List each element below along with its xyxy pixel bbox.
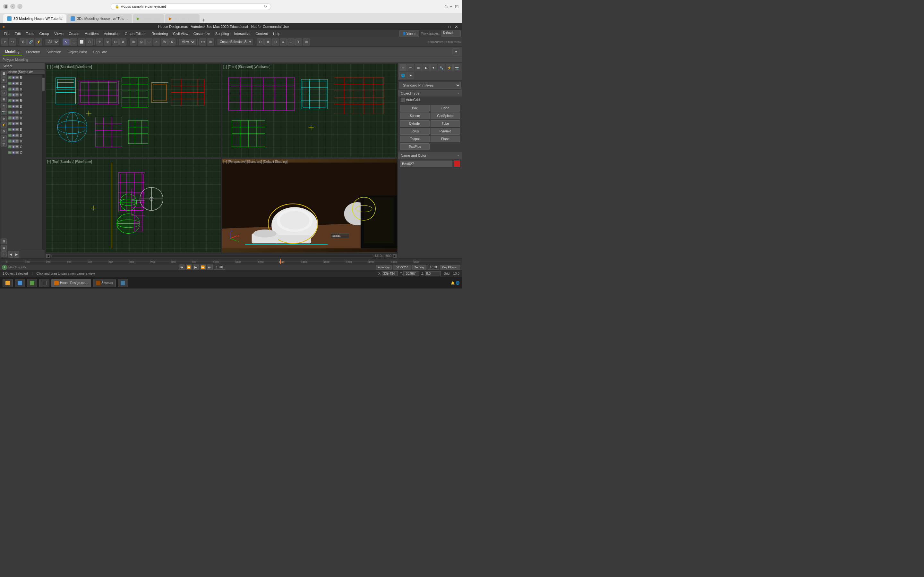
menu-tools[interactable]: Tools [23, 31, 37, 36]
ribbon-tab-selection[interactable]: Selection [44, 49, 63, 55]
primitives-dropdown[interactable]: Standard Primitives [399, 82, 461, 89]
align2-btn[interactable]: ⊠ [264, 39, 271, 45]
taskbar-window1[interactable] [15, 279, 25, 287]
y-coord-input[interactable] [403, 271, 419, 276]
schematic-btn[interactable]: ⊞ [303, 39, 310, 45]
list-item[interactable]: 👁 ◉ ❄ B [7, 86, 41, 92]
viewport-left[interactable]: [+] [Left] [Standard] [Wireframe] [45, 63, 221, 158]
view-dropdown[interactable]: View [179, 39, 196, 45]
taskbar-3dsmax[interactable]: 3dsmax [93, 279, 116, 287]
browser-sidebar-btn[interactable]: ☰ [3, 4, 8, 9]
key-frame-input[interactable] [428, 265, 439, 269]
menu-animation[interactable]: Animation [102, 31, 122, 36]
menu-views[interactable]: Views [52, 31, 66, 36]
menu-help[interactable]: Help [270, 31, 283, 36]
menu-civil-view[interactable]: Civil View [170, 31, 191, 36]
scene-icon-effects[interactable]: ✦ [1, 135, 7, 141]
ribbon-tab-populate[interactable]: Populate [90, 49, 110, 55]
browser-forward-btn[interactable]: › [17, 4, 23, 9]
scene-icon-bottom[interactable]: ⋮ [1, 251, 7, 257]
align5-btn[interactable]: ⊥ [288, 39, 294, 45]
render-setup-btn[interactable]: 📷 [453, 64, 460, 71]
cone-btn[interactable]: Cone [431, 105, 460, 111]
list-item[interactable]: 👁 ◉ ❄ C [7, 144, 41, 150]
menu-rendering[interactable]: Rendering [149, 31, 171, 36]
menu-interactive[interactable]: Interactive [232, 31, 253, 36]
menu-group[interactable]: Group [37, 31, 52, 36]
scale-btn[interactable]: ⊡ [111, 39, 119, 45]
render-effects-btn[interactable]: ✦ [407, 72, 414, 79]
minimize-btn[interactable]: ─ [440, 24, 446, 29]
align6-btn[interactable]: ⊤ [295, 39, 302, 45]
menu-file[interactable]: File [1, 31, 12, 36]
play-btn[interactable]: ▶ [193, 264, 199, 270]
list-item[interactable]: 👁 ◉ ❄ B [7, 127, 41, 132]
modify-tab[interactable]: ✏ [407, 64, 414, 71]
ribbon-tab-freeform[interactable]: Freeform [23, 49, 43, 55]
menu-modifiers[interactable]: Modifiers [82, 31, 102, 36]
textplus-btn[interactable]: TextPlus [400, 143, 430, 150]
hierarchy-tab[interactable]: ⊞ [415, 64, 422, 71]
maximize-btn[interactable]: □ [447, 24, 452, 29]
redo-btn[interactable]: ↪ [9, 39, 16, 45]
selection-set-btn[interactable]: Create Selection Se ▾ [218, 39, 253, 45]
taskbar-house-design[interactable]: House Design.ma... [51, 279, 91, 287]
sign-in-btn[interactable]: 👤 Sign In [399, 30, 419, 37]
scene-icon-render[interactable]: ◉ [1, 84, 7, 89]
browser-back-btn[interactable]: ‹ [10, 4, 15, 9]
teapot-btn[interactable]: Teapot [400, 135, 430, 142]
list-item[interactable]: 👁 ◉ ❄ B [7, 109, 41, 115]
more-btn[interactable]: ⊡ [455, 4, 459, 9]
select-btn[interactable]: ↖ [63, 39, 69, 45]
move-btn[interactable]: ✛ [96, 39, 103, 45]
set-key-btn[interactable]: Set Key [412, 265, 426, 269]
pivot-btn[interactable]: ◎ [137, 39, 145, 45]
prev-frame-btn[interactable]: ⏪ [186, 264, 192, 270]
ribbon-tab-modeling[interactable]: Modeling [3, 48, 22, 55]
scene-nav-left[interactable]: ◀ [8, 251, 13, 258]
taskbar-monitor[interactable] [118, 279, 128, 287]
scene-icon-layer2[interactable]: ⊠ [1, 245, 7, 251]
scene-icon-filter[interactable]: ▽ [1, 141, 7, 147]
list-item[interactable]: 👁 ◉ ❄ C [7, 150, 41, 155]
plane-btn[interactable]: Plane [431, 135, 460, 142]
tube-btn[interactable]: Tube [431, 120, 460, 127]
workspace-dropdown[interactable]: Default [441, 31, 461, 37]
menu-graph-editors[interactable]: Graph Editors [122, 31, 149, 36]
viewport-top[interactable]: [+] [Top] [Standard] [Wireframe] [45, 158, 221, 253]
torus-btn[interactable]: Torus [400, 128, 430, 135]
ribbon-tab-object-paint[interactable]: Object Paint [65, 49, 89, 55]
taskbar-window2[interactable] [27, 279, 37, 287]
menu-customize[interactable]: Customize [191, 31, 213, 36]
scene-icon-cameras[interactable]: 📷 [1, 109, 7, 115]
select-region-btn[interactable]: ⬚ [70, 39, 78, 45]
go-to-start-btn[interactable]: ⏮ [179, 264, 184, 270]
bind-btn[interactable]: ⚡ [35, 39, 42, 45]
share-btn[interactable]: ⎙ [445, 4, 447, 9]
new-tab-btn[interactable]: + [450, 4, 452, 9]
motion-tab[interactable]: ▶ [423, 64, 430, 71]
next-frame-btn[interactable]: ⏩ [200, 264, 206, 270]
align3-btn[interactable]: ⊡ [272, 39, 279, 45]
tab-3dsmax[interactable]: ▶ 3ds Max 2020 [165, 14, 200, 23]
mirror-btn[interactable]: ⟺ [199, 39, 206, 45]
scene-scrollbar-thumb[interactable] [42, 78, 45, 91]
geosphere-btn[interactable]: GeoSphere [431, 113, 460, 119]
scene-icon-geometry[interactable]: ⬡ [1, 90, 7, 96]
scene-icon-layer[interactable]: ⊟ [1, 239, 7, 244]
list-item[interactable]: 👁 ◉ ❄ B [7, 92, 41, 98]
url-bar[interactable]: 🔒 wcpss-samphire.cameyo.net ↻ [111, 3, 271, 10]
align-btn[interactable]: ⊟ [257, 39, 264, 45]
viewport-front[interactable]: [+] [Front] [Standard] [Wireframe] [222, 63, 397, 158]
rotate-btn[interactable]: ↻ [104, 39, 111, 45]
frame-input[interactable] [214, 265, 225, 269]
scroll-left-btn[interactable]: ◀ [46, 254, 50, 258]
environment-btn[interactable]: 🌐 [399, 72, 407, 79]
list-item[interactable]: 👁 ◉ ❄ B [7, 103, 41, 109]
go-to-end-btn[interactable]: ⏭ [207, 264, 213, 270]
z-coord-input[interactable] [425, 271, 441, 276]
list-item[interactable]: 👁 ◉ ❄ B [7, 138, 41, 144]
anim-sets-btn[interactable]: ⚡ [446, 64, 453, 71]
timeline-ruler[interactable]: 0 100 200 300 400 500 600 700 800 900 [0, 258, 462, 264]
menu-scripting[interactable]: Scripting [213, 31, 232, 36]
